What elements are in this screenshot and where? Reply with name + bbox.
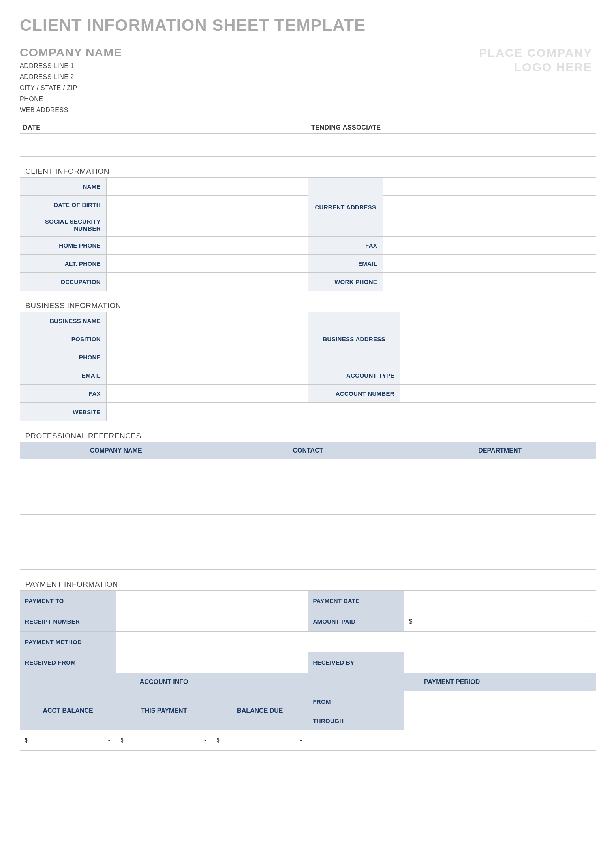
acct-balance-input[interactable]: $- [20, 730, 116, 751]
dob-input[interactable] [106, 196, 308, 214]
through-input[interactable] [404, 712, 596, 751]
receipt-number-input[interactable] [116, 611, 308, 632]
fax-input[interactable] [383, 237, 596, 255]
ref-company-4[interactable] [20, 542, 212, 570]
from-label: FROM [308, 691, 404, 712]
page-title: CLIENT INFORMATION SHEET TEMPLATE [20, 16, 596, 35]
address-line-1: ADDRESS LINE 1 [20, 62, 479, 70]
alt-phone-label: ALT. PHONE [20, 255, 107, 273]
alt-phone-input[interactable] [106, 255, 308, 273]
business-phone-label: PHONE [20, 348, 107, 366]
dob-label: DATE OF BIRTH [20, 196, 107, 214]
account-number-label: ACCOUNT NUMBER [308, 385, 400, 403]
payment-period-header: PAYMENT PERIOD [308, 673, 596, 691]
payment-date-input[interactable] [404, 591, 596, 611]
amount-paid-input[interactable]: $- [404, 611, 596, 632]
ssn-input[interactable] [106, 214, 308, 237]
company-name: COMPANY NAME [20, 46, 479, 59]
company-web: WEB ADDRESS [20, 107, 479, 114]
current-address-label: CURRENT ADDRESS [308, 178, 383, 237]
ref-company-3[interactable] [20, 515, 212, 542]
payment-to-input[interactable] [116, 591, 308, 611]
logo-text-1: PLACE COMPANY [479, 46, 592, 60]
balance-due-label: BALANCE DUE [212, 691, 308, 730]
fax-label: FAX [308, 237, 383, 255]
ref-company-2[interactable] [20, 487, 212, 515]
business-address-input-2[interactable] [400, 330, 596, 348]
home-phone-input[interactable] [106, 237, 308, 255]
date-input[interactable] [20, 134, 308, 157]
through-label: THROUGH [308, 712, 404, 730]
email-input[interactable] [383, 255, 596, 273]
work-phone-label: WORK PHONE [308, 273, 383, 291]
business-name-label: BUSINESS NAME [20, 312, 107, 330]
amount-paid-label: AMOUNT PAID [308, 611, 404, 632]
home-phone-label: HOME PHONE [20, 237, 107, 255]
business-address-input-3[interactable] [400, 348, 596, 366]
tending-associate-input[interactable] [308, 134, 596, 157]
received-from-label: RECEIVED FROM [20, 652, 116, 673]
ref-contact-2[interactable] [212, 487, 404, 515]
occupation-label: OCCUPATION [20, 273, 107, 291]
business-name-input[interactable] [106, 312, 308, 330]
ref-company-1[interactable] [20, 459, 212, 487]
payment-date-label: PAYMENT DATE [308, 591, 404, 611]
business-address-input-1[interactable] [400, 312, 596, 330]
website-label: WEBSITE [20, 403, 107, 421]
balance-due-input[interactable]: $- [212, 730, 308, 751]
business-info-section-label: BUSINESS INFORMATION [25, 301, 596, 310]
references-section-label: PROFESSIONAL REFERENCES [25, 432, 596, 440]
payment-info-section-label: PAYMENT INFORMATION [25, 580, 596, 589]
tending-associate-label: TENDING ASSOCIATE [308, 122, 596, 133]
account-info-header: ACCOUNT INFO [20, 673, 308, 691]
references-table: COMPANY NAME CONTACT DEPARTMENT [20, 442, 596, 570]
payment-method-input[interactable] [116, 632, 596, 652]
business-address-label: BUSINESS ADDRESS [308, 312, 400, 366]
business-phone-input[interactable] [106, 348, 308, 366]
current-address-input-2[interactable] [383, 196, 596, 214]
account-type-input[interactable] [400, 366, 596, 385]
ref-contact-header: CONTACT [212, 442, 404, 459]
account-type-label: ACCOUNT TYPE [308, 366, 400, 385]
logo-placeholder: PLACE COMPANY LOGO HERE [479, 46, 596, 74]
account-number-input[interactable] [400, 385, 596, 403]
name-input[interactable] [106, 178, 308, 196]
ref-company-header: COMPANY NAME [20, 442, 212, 459]
city-state-zip: CITY / STATE / ZIP [20, 85, 479, 92]
position-input[interactable] [106, 330, 308, 348]
work-phone-input[interactable] [383, 273, 596, 291]
ref-department-3[interactable] [404, 515, 596, 542]
ref-department-2[interactable] [404, 487, 596, 515]
received-by-input[interactable] [404, 652, 596, 673]
this-payment-input[interactable]: $- [116, 730, 212, 751]
current-address-input-1[interactable] [383, 178, 596, 196]
client-info-section-label: CLIENT INFORMATION [25, 167, 596, 176]
company-phone: PHONE [20, 96, 479, 103]
business-email-input[interactable] [106, 366, 308, 385]
received-by-label: RECEIVED BY [308, 652, 404, 673]
website-input[interactable] [106, 403, 308, 421]
payment-info-table: PAYMENT TO PAYMENT DATE RECEIPT NUMBER A… [20, 590, 596, 751]
through-label-spacer [308, 730, 404, 751]
occupation-input[interactable] [106, 273, 308, 291]
business-website-table: WEBSITE [20, 403, 308, 421]
received-from-input[interactable] [116, 652, 308, 673]
address-line-2: ADDRESS LINE 2 [20, 73, 479, 81]
ref-contact-3[interactable] [212, 515, 404, 542]
payment-method-label: PAYMENT METHOD [20, 632, 116, 652]
business-email-label: EMAIL [20, 366, 107, 385]
ref-department-1[interactable] [404, 459, 596, 487]
payment-to-label: PAYMENT TO [20, 591, 116, 611]
ref-contact-4[interactable] [212, 542, 404, 570]
receipt-number-label: RECEIPT NUMBER [20, 611, 116, 632]
date-label: DATE [20, 122, 308, 133]
date-associate-table: DATE TENDING ASSOCIATE [20, 122, 596, 133]
ref-department-4[interactable] [404, 542, 596, 570]
current-address-input-3[interactable] [383, 214, 596, 237]
from-input[interactable] [404, 691, 596, 712]
business-fax-input[interactable] [106, 385, 308, 403]
business-info-table: BUSINESS NAME BUSINESS ADDRESS POSITION … [20, 312, 596, 403]
ref-contact-1[interactable] [212, 459, 404, 487]
business-fax-label: FAX [20, 385, 107, 403]
acct-balance-label: ACCT BALANCE [20, 691, 116, 730]
